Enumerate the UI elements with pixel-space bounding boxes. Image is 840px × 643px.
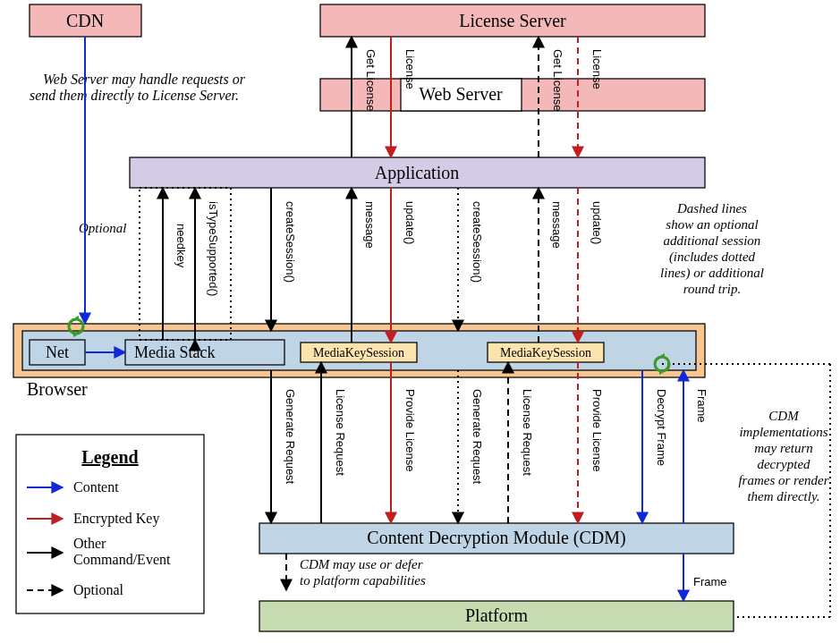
cdm-impl-l2: implementations xyxy=(739,425,827,439)
cdm-impl-l5: frames or render xyxy=(738,473,828,487)
cdm-platform-l2: to platform capabilities xyxy=(300,573,426,588)
generate-request-label-1: Generate Request xyxy=(284,389,297,485)
message-label-1: message xyxy=(363,201,377,249)
net-label: Net xyxy=(46,343,69,361)
platform-label: Platform xyxy=(465,605,528,625)
web-server-note-line2: send them directly to License Server. xyxy=(30,88,239,104)
frame-up-label: Frame xyxy=(695,389,708,423)
legend-encrypted: Encrypted Key xyxy=(73,511,159,527)
license-label-1: License xyxy=(403,49,417,89)
web-server-label: Web Server xyxy=(419,84,503,104)
dashed-note-l5: lines) or additional xyxy=(660,266,764,281)
application-label: Application xyxy=(375,163,459,183)
is-type-supported-label: isTypeSupported() xyxy=(207,201,220,296)
dashed-note-l4: (includes dotted xyxy=(669,250,756,265)
legend-other-l2: Command/Event xyxy=(73,552,171,567)
needkey-label: needkey xyxy=(174,224,188,268)
mks1-label: MediaKeySession xyxy=(313,346,404,360)
web-server-note-line1: Web Server may handle requests or xyxy=(43,72,246,88)
optional-label: Optional xyxy=(79,221,126,235)
mks2-label: MediaKeySession xyxy=(500,346,591,360)
license-request-label-2: License Request xyxy=(521,389,534,476)
media-stack-label: Media Stack xyxy=(134,343,215,361)
cdn-label: CDN xyxy=(66,11,104,30)
dashed-note-l6: round trip. xyxy=(683,282,741,296)
license-request-label-1: License Request xyxy=(334,389,347,476)
update-label-2: update() xyxy=(590,201,604,244)
legend-content: Content xyxy=(73,479,119,495)
legend-title: Legend xyxy=(81,447,138,468)
cdm-impl-l4: decrypted xyxy=(757,457,810,471)
cdm-impl-l1: CDM xyxy=(768,409,800,423)
frame-down-label: Frame xyxy=(693,575,727,588)
decrypt-frame-label: Decrypt Frame xyxy=(655,389,668,466)
generate-request-label-2: Generate Request xyxy=(471,389,484,485)
update-label-1: update() xyxy=(403,201,417,244)
legend-other-l1: Other xyxy=(73,536,106,551)
license-label-2: License xyxy=(590,49,604,89)
get-license-label-1: Get License xyxy=(364,49,378,111)
dashed-note-l3: additional session xyxy=(664,233,761,248)
dashed-note-l2: show an optional xyxy=(666,217,758,232)
license-server-label: License Server xyxy=(459,11,566,30)
create-session-label-1: createSession() xyxy=(284,201,297,283)
diagram: CDN License Server Web Server Web Server… xyxy=(0,0,840,643)
message-label-2: message xyxy=(550,201,564,249)
cdm-impl-l6: them directly. xyxy=(747,489,819,503)
provide-license-label-1: Provide License xyxy=(403,389,417,472)
cdm-label: Content Decryption Module (CDM) xyxy=(367,528,625,548)
browser-label: Browser xyxy=(27,379,88,399)
create-session-label-2: createSession() xyxy=(471,201,484,283)
cdm-impl-l3: may return xyxy=(754,441,813,455)
provide-license-label-2: Provide License xyxy=(590,389,604,472)
get-license-label-2: Get License xyxy=(551,49,564,111)
cdm-platform-l1: CDM may use or defer xyxy=(300,557,423,571)
dashed-note-l1: Dashed lines xyxy=(676,201,747,216)
legend-optional: Optional xyxy=(73,582,124,598)
